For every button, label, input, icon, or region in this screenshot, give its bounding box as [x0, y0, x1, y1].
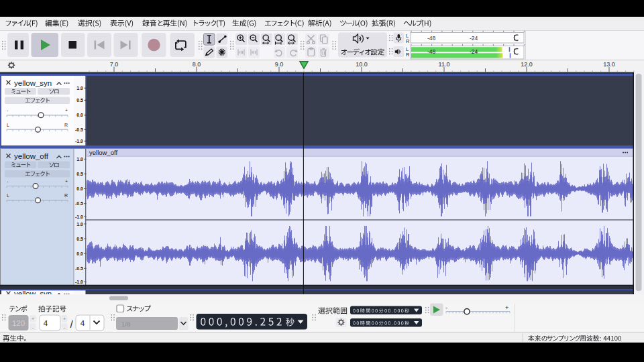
- svg-text:L: L: [7, 123, 9, 127]
- svg-text:R: R: [406, 38, 410, 44]
- svg-text:8.0: 8.0: [193, 61, 201, 68]
- svg-text:L: L: [7, 193, 9, 198]
- svg-text:-1.0: -1.0: [75, 215, 83, 219]
- svg-text:1.0: 1.0: [76, 86, 83, 90]
- svg-text:-24: -24: [470, 48, 478, 55]
- svg-text:-48: -48: [427, 48, 436, 55]
- svg-text:0.0: 0.0: [76, 113, 83, 117]
- svg-text:yellow_off: yellow_off: [14, 152, 49, 160]
- svg-text:12.0: 12.0: [521, 61, 533, 68]
- svg-text:120: 120: [12, 319, 25, 327]
- svg-text:0.5: 0.5: [76, 237, 83, 241]
- svg-text:-0.5: -0.5: [75, 127, 83, 132]
- svg-text:0.5: 0.5: [76, 172, 83, 176]
- svg-text:yellow_off: yellow_off: [89, 149, 117, 156]
- svg-text:R: R: [64, 193, 68, 198]
- svg-text:0.0: 0.0: [76, 186, 83, 191]
- svg-text:4: 4: [80, 319, 85, 327]
- svg-text:+: +: [63, 316, 66, 322]
- svg-text:R: R: [64, 123, 68, 127]
- svg-text:1/8: 1/8: [121, 320, 130, 328]
- svg-text:-1.0: -1.0: [75, 139, 83, 143]
- svg-text:0.5: 0.5: [76, 98, 83, 103]
- svg-text:10.0: 10.0: [356, 61, 368, 68]
- svg-text:+: +: [65, 108, 68, 113]
- svg-text:1.0: 1.0: [76, 157, 83, 162]
- svg-text:-48: -48: [427, 35, 436, 42]
- svg-text:9.0: 9.0: [275, 61, 284, 68]
- svg-text:-1.0: -1.0: [75, 280, 83, 284]
- svg-text:-: -: [445, 304, 447, 311]
- svg-text:R: R: [406, 52, 410, 58]
- svg-text:yellow_syn: yellow_syn: [14, 79, 52, 87]
- svg-text:-0.5: -0.5: [75, 201, 83, 206]
- svg-text:+: +: [32, 316, 35, 322]
- svg-text:0.0: 0.0: [76, 251, 83, 256]
- svg-text:1.0: 1.0: [76, 222, 83, 227]
- svg-text:-24: -24: [470, 35, 478, 42]
- svg-text:13.0: 13.0: [603, 61, 615, 68]
- svg-text:-0.5: -0.5: [75, 266, 83, 271]
- svg-text:+: +: [65, 179, 68, 184]
- svg-text:-: -: [32, 324, 34, 330]
- svg-text:11.0: 11.0: [439, 61, 450, 68]
- svg-text:7.0: 7.0: [110, 61, 119, 68]
- svg-text:+: +: [505, 304, 508, 311]
- svg-text:4: 4: [44, 319, 48, 327]
- svg-text:-: -: [64, 324, 66, 330]
